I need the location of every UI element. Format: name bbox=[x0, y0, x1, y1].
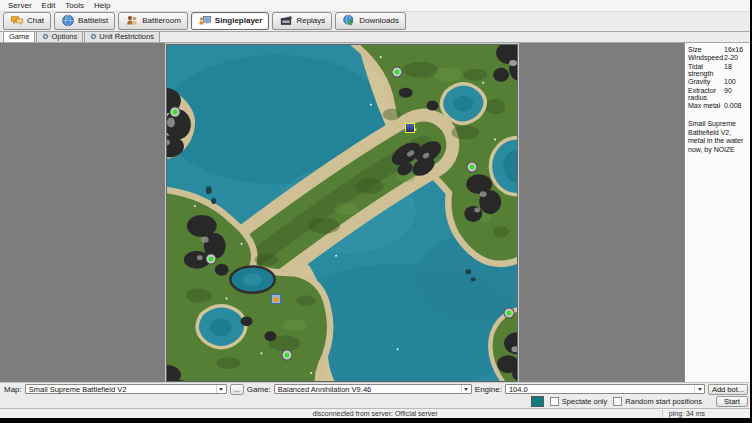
stat-value: 18 bbox=[724, 63, 748, 77]
tab-singleplayer[interactable]: Singleplayer bbox=[191, 12, 270, 30]
subtab-unit-restrictions[interactable]: Unit Restrictions bbox=[84, 31, 160, 42]
checkbox-icon[interactable] bbox=[550, 397, 559, 406]
tab-label: Replays bbox=[296, 16, 325, 25]
map-marker-start[interactable] bbox=[206, 254, 215, 263]
map-info-row: Max metal 0.008 bbox=[688, 102, 748, 109]
singleplayer-icon bbox=[198, 14, 212, 27]
download-globe-icon bbox=[342, 14, 356, 27]
checkbox-icon[interactable] bbox=[613, 397, 622, 406]
map-description: Small Supreme Battlefield V2, metal in t… bbox=[688, 120, 748, 154]
engine-select-value: 104.0 bbox=[509, 385, 694, 394]
map-info-row: Extractor radius 90 bbox=[688, 87, 748, 101]
game-select[interactable]: Balanced Annihilation V9.46 bbox=[274, 384, 472, 394]
film-clapper-icon bbox=[279, 14, 293, 27]
checkbox-label: Spectate only bbox=[562, 397, 607, 406]
map-preview[interactable] bbox=[166, 44, 518, 382]
chevron-down-icon[interactable] bbox=[461, 385, 471, 393]
stat-value: 90 bbox=[724, 87, 748, 101]
map-marker-start[interactable] bbox=[504, 308, 513, 317]
map-marker-bot[interactable] bbox=[271, 294, 281, 304]
map-select-value: Small Supreme Battlefield V2 bbox=[29, 385, 216, 394]
chevron-down-icon[interactable] bbox=[216, 385, 226, 393]
stat-label: Size bbox=[688, 46, 724, 53]
tab-replays[interactable]: Replays bbox=[272, 12, 332, 30]
engine-label: Engine: bbox=[475, 385, 502, 394]
engine-select[interactable]: 104.0 bbox=[505, 384, 705, 394]
menu-bar: Server Edit Tools Help bbox=[0, 0, 750, 12]
stat-value: 100 bbox=[724, 78, 748, 85]
tab-battleroom[interactable]: Battleroom bbox=[118, 12, 188, 30]
tab-label: Battlelist bbox=[78, 16, 108, 25]
start-options-row: Spectate only Random start positions Sta… bbox=[0, 395, 750, 408]
spectate-only-checkbox[interactable]: Spectate only bbox=[550, 397, 607, 406]
stat-label: Windspeed bbox=[688, 54, 724, 61]
gear-icon bbox=[42, 33, 49, 40]
lobby-window: Server Edit Tools Help Chat Battlelist bbox=[0, 0, 750, 423]
map-browse-button[interactable]: ... bbox=[230, 384, 244, 395]
chevron-down-icon[interactable] bbox=[694, 385, 704, 393]
game-select-value: Balanced Annihilation V9.46 bbox=[278, 385, 461, 394]
menu-tools[interactable]: Tools bbox=[60, 1, 89, 10]
checkbox-label: Random start positions bbox=[625, 397, 702, 406]
stat-value: 16x16 bbox=[724, 46, 748, 53]
map-markers bbox=[167, 45, 517, 381]
stat-value: 2-20 bbox=[724, 54, 748, 61]
main-tab-bar: Chat Battlelist Battleroom bbox=[0, 12, 750, 32]
stat-label: Max metal bbox=[688, 102, 724, 109]
map-marker-start[interactable] bbox=[468, 163, 477, 172]
menu-edit[interactable]: Edit bbox=[37, 1, 61, 10]
stat-value: 0.008 bbox=[724, 102, 748, 109]
map-marker-selected-start[interactable] bbox=[405, 123, 415, 133]
tab-chat[interactable]: Chat bbox=[3, 12, 51, 30]
game-label: Game: bbox=[247, 385, 271, 394]
battle-config-panel bbox=[0, 43, 684, 382]
globe-icon bbox=[61, 14, 75, 27]
tab-battlelist[interactable]: Battlelist bbox=[54, 12, 115, 30]
stat-label: Extractor radius bbox=[688, 87, 724, 101]
stat-label: Tidal strength bbox=[688, 63, 724, 77]
map-info-row: Gravity 100 bbox=[688, 78, 748, 85]
subtab-options[interactable]: Options bbox=[36, 31, 83, 42]
tab-label: Downloads bbox=[359, 16, 399, 25]
tab-label: Singleplayer bbox=[215, 16, 263, 25]
map-info-row: Size 16x16 bbox=[688, 46, 748, 53]
map-marker-start[interactable] bbox=[171, 108, 180, 117]
screen-edge-strip bbox=[0, 418, 750, 423]
subtab-label: Unit Restrictions bbox=[99, 32, 154, 41]
map-select[interactable]: Small Supreme Battlefield V2 bbox=[25, 384, 227, 394]
ping-indicator: ping: 34 ms bbox=[662, 410, 705, 417]
menu-server[interactable]: Server bbox=[3, 1, 37, 10]
battle-setup-row: Map: Small Supreme Battlefield V2 ... Ga… bbox=[0, 382, 750, 395]
map-stats: Size 16x16 Windspeed 2-20 Tidal strength… bbox=[688, 46, 748, 110]
add-bot-button[interactable]: Add bot... bbox=[708, 384, 748, 395]
chat-icon bbox=[10, 14, 24, 27]
map-marker-start[interactable] bbox=[392, 68, 401, 77]
restriction-icon bbox=[90, 33, 97, 40]
subtab-label: Options bbox=[51, 32, 77, 41]
players-icon bbox=[125, 14, 139, 27]
random-start-positions-checkbox[interactable]: Random start positions bbox=[613, 397, 702, 406]
start-button[interactable]: Start bbox=[716, 396, 748, 407]
map-label: Map: bbox=[4, 385, 22, 394]
team-color-button[interactable] bbox=[531, 396, 544, 407]
singleplayer-sub-tabs: Game Options Unit Restrictions bbox=[0, 32, 750, 43]
subtab-game[interactable]: Game bbox=[3, 31, 35, 42]
map-info-row: Windspeed 2-20 bbox=[688, 54, 748, 61]
tab-label: Battleroom bbox=[142, 16, 181, 25]
map-info-row: Tidal strength 18 bbox=[688, 63, 748, 77]
tab-label: Chat bbox=[27, 16, 44, 25]
status-bar: disconnected from server: Official serve… bbox=[0, 408, 750, 418]
stat-label: Gravity bbox=[688, 78, 724, 85]
status-message: disconnected from server: Official serve… bbox=[0, 410, 750, 417]
menu-help[interactable]: Help bbox=[89, 1, 115, 10]
subtab-label: Game bbox=[9, 32, 29, 41]
map-info-panel: Size 16x16 Windspeed 2-20 Tidal strength… bbox=[684, 43, 750, 382]
map-marker-start[interactable] bbox=[283, 350, 292, 359]
tab-downloads[interactable]: Downloads bbox=[335, 12, 406, 30]
